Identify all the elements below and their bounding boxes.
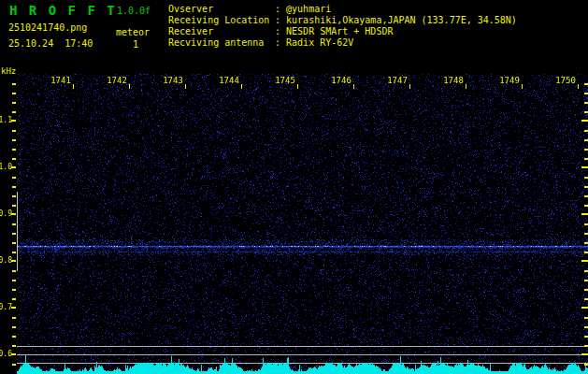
spectrogram-canvas	[17, 74, 588, 374]
y-minor-tick-left	[12, 252, 16, 253]
y-minor-tick-left	[12, 223, 16, 225]
mode-label: meteor	[116, 27, 150, 37]
y-minor-tick-left	[12, 149, 16, 151]
y-minor-tick-left	[12, 139, 16, 141]
y-minor-tick-left	[12, 242, 16, 244]
datetime-label: 25.10.24 17:40	[8, 38, 93, 49]
info-value: Radix RY-62V	[286, 37, 353, 48]
y-minor-tick-left	[12, 186, 16, 188]
x-tick-mark	[353, 84, 354, 89]
x-tick-mark	[185, 84, 186, 89]
output-filename: 2510241740.png	[8, 22, 87, 33]
x-tick-label: 1743	[157, 76, 189, 85]
y-tick-label: 0.6	[0, 350, 12, 358]
x-tick-mark	[466, 84, 466, 89]
x-tick-mark	[73, 84, 74, 89]
info-label: Ovserver	[168, 4, 275, 15]
y-axis-unit-label: kHz	[1, 66, 16, 76]
info-row-observer: Ovserver: @yuhmari	[168, 4, 517, 15]
x-tick-mark	[297, 84, 298, 89]
info-row-antenna: Recviving antenna: Radix RY-62V	[168, 37, 517, 49]
app-title: H R O F F T	[9, 3, 117, 18]
x-tick-label: 1747	[381, 76, 413, 85]
y-minor-tick-left	[12, 233, 16, 235]
y-tick-label: 1.1	[0, 116, 12, 124]
y-minor-tick-left	[12, 326, 16, 328]
y-minor-tick-left	[12, 93, 16, 94]
info-label: Receiver	[168, 26, 275, 37]
y-major-tick-left	[11, 213, 16, 215]
x-tick-mark	[409, 84, 410, 89]
info-row-location: Receiving Location: kurashiki,Okayama,JA…	[168, 15, 517, 26]
y-tick-label: 1.0	[0, 163, 12, 171]
y-minor-tick-left	[12, 102, 16, 104]
info-value: kurashiki,Okayama,JAPAN (133.77E, 34.58N…	[286, 15, 517, 25]
y-minor-tick-left	[12, 289, 16, 291]
x-tick-mark	[578, 84, 579, 89]
y-minor-tick-left	[12, 158, 16, 160]
y-minor-tick-left	[12, 177, 16, 179]
y-tick-label: 0.7	[0, 303, 12, 311]
y-minor-tick-left	[12, 83, 16, 85]
x-tick-mark	[129, 84, 130, 89]
y-major-tick-left	[11, 120, 16, 122]
x-tick-label: 1741	[45, 76, 77, 85]
meteor-count: 1	[133, 39, 138, 50]
info-label: Receiving Location	[168, 15, 275, 26]
y-minor-tick-left	[12, 364, 16, 366]
station-info: Ovserver: @yuhmari Receiving Location: k…	[168, 4, 517, 49]
y-minor-tick-left	[12, 130, 16, 132]
y-major-tick-left	[11, 307, 16, 309]
y-tick-label: 0.8	[0, 256, 12, 265]
x-tick-label: 1746	[325, 76, 357, 85]
info-row-receiver: Receiver: NESDR SMArt + HDSDR	[168, 26, 517, 37]
y-minor-tick-left	[12, 280, 16, 281]
app-version: 1.0.0f	[117, 6, 151, 16]
x-tick-mark	[522, 84, 523, 89]
y-major-tick-left	[11, 260, 16, 262]
x-tick-label: 1745	[269, 76, 301, 85]
x-tick-label: 1750	[550, 76, 581, 85]
y-minor-tick-left	[12, 336, 16, 338]
spectrogram-plot: 1741174217431744174517461747174817491750	[17, 74, 588, 374]
info-value: NESDR SMArt + HDSDR	[286, 26, 393, 36]
info-value: @yuhmari	[286, 4, 331, 14]
y-major-tick-left	[11, 353, 16, 355]
x-tick-label: 1748	[437, 76, 469, 85]
y-tick-label: 0.9	[0, 209, 12, 218]
info-label: Recviving antenna	[168, 37, 275, 49]
x-tick-label: 1744	[213, 76, 245, 85]
x-tick-mark	[241, 84, 242, 89]
y-major-tick-left	[11, 166, 16, 168]
y-minor-tick-left	[12, 205, 16, 207]
y-minor-tick-left	[12, 298, 16, 300]
y-minor-tick-left	[12, 270, 16, 272]
y-minor-tick-left	[12, 195, 16, 197]
y-minor-tick-left	[12, 345, 16, 347]
hrofft-window: H R O F F T 1.0.0f 2510241740.png meteor…	[0, 0, 588, 374]
y-minor-tick-left	[12, 111, 16, 113]
x-tick-label: 1742	[101, 76, 133, 85]
x-tick-label: 1749	[494, 76, 525, 85]
y-minor-tick-left	[12, 317, 16, 319]
